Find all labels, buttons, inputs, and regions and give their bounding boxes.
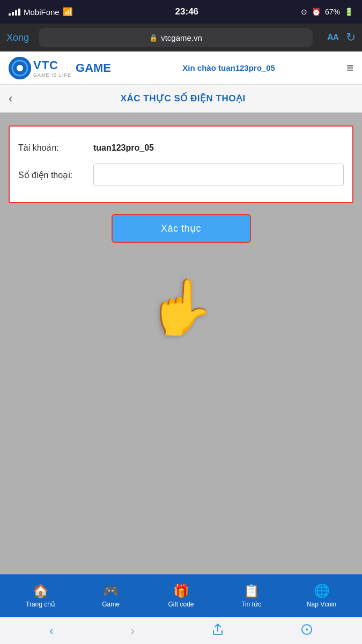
phone-row: Số điện thoại: — [18, 158, 344, 191]
battery-level: 67% — [325, 8, 340, 16]
ios-forward-button[interactable]: › — [130, 624, 134, 638]
username-label: tuan123pro_05 — [218, 63, 275, 72]
carrier-label: MobiFone — [24, 8, 60, 17]
account-row: Tài khoản: tuan123pro_05 — [18, 137, 344, 158]
browser-bar: Xong 🔒 vtcgame.vn AA ↻ — [0, 24, 362, 51]
main-content: Tài khoản: tuan123pro_05 Số điện thoại: … — [0, 113, 362, 574]
nav-item-home[interactable]: 🏠 Trang chủ — [25, 583, 57, 608]
page-header: ‹ XÁC THỰC SỐ ĐIỆN THOẠI — [0, 85, 362, 113]
nav-item-news[interactable]: 📋 Tin tức — [235, 583, 268, 608]
bottom-nav: 🏠 Trang chủ 🎮 Game 🎁 Gift code 📋 Tin tức… — [0, 574, 362, 617]
signal-icon — [9, 9, 20, 16]
nav-label-giftcode: Gift code — [168, 601, 194, 608]
nav-item-napvcoin[interactable]: 🌐 Nap Vcoin — [306, 583, 338, 608]
status-left: MobiFone 📶 — [9, 7, 73, 17]
account-value: tuan123pro_05 — [93, 143, 154, 153]
home-icon: 🏠 — [33, 583, 49, 598]
alarm-icon: ⏰ — [312, 8, 321, 16]
battery-icon: 🔋 — [344, 8, 353, 16]
logo-circle — [9, 57, 31, 79]
status-bar: MobiFone 📶 23:46 ⊙ ⏰ 67% 🔋 — [0, 0, 362, 24]
logo-tagline: GAME IS LIFE — [33, 72, 71, 78]
greeting: Xin chào tuan123pro_05 — [111, 63, 346, 72]
logo-main: VTC — [33, 58, 71, 72]
nav-label-napvcoin: Nap Vcoin — [307, 601, 336, 608]
phone-label: Số điện thoại: — [18, 170, 93, 180]
browser-controls: AA ↻ — [318, 31, 356, 45]
back-button[interactable]: ‹ — [9, 92, 12, 106]
url-text: vtcgame.vn — [161, 33, 202, 42]
svg-point-2 — [17, 65, 23, 71]
site-header: VTC GAME IS LIFE GAME Xin chào tuan123pr… — [0, 51, 362, 85]
svg-point-4 — [306, 628, 308, 631]
logo-text: VTC GAME IS LIFE — [33, 58, 71, 78]
ios-back-button[interactable]: ‹ — [49, 624, 53, 638]
nav-label-home: Trang chủ — [26, 601, 55, 608]
status-time: 23:46 — [175, 6, 198, 17]
game-icon: 🎮 — [103, 583, 119, 598]
gift-icon: 🎁 — [173, 583, 189, 598]
submit-wrapper: Xác thực — [9, 214, 353, 243]
greeting-text: Xin chào — [182, 63, 216, 72]
screen-lock-icon: ⊙ — [301, 8, 307, 16]
lock-icon: 🔒 — [149, 34, 158, 42]
nav-label-game: Game — [102, 601, 120, 608]
cursor-area: 👆 — [9, 254, 353, 361]
vtc-logo: VTC GAME IS LIFE GAME — [9, 57, 111, 79]
phone-input[interactable] — [93, 164, 344, 186]
hamburger-menu[interactable]: ≡ — [346, 61, 353, 75]
ios-share-button[interactable] — [212, 624, 224, 639]
ios-bottom-bar: ‹ › — [0, 617, 362, 644]
url-bar[interactable]: 🔒 vtcgame.vn — [39, 28, 313, 47]
vcoin-icon: 🌐 — [314, 583, 330, 598]
browser-done-button[interactable]: Xong — [6, 32, 33, 43]
page-title: XÁC THỰC SỐ ĐIỆN THOẠI — [12, 93, 353, 104]
ios-compass-button[interactable] — [301, 624, 313, 639]
nav-item-game[interactable]: 🎮 Game — [95, 583, 127, 608]
wifi-icon: 📶 — [63, 7, 73, 17]
font-size-button[interactable]: AA — [327, 33, 338, 42]
hand-cursor-icon: 👆 — [147, 276, 215, 339]
nav-label-news: Tin tức — [241, 601, 261, 608]
submit-button[interactable]: Xác thực — [112, 214, 251, 243]
refresh-button[interactable]: ↻ — [346, 31, 356, 45]
news-icon: 📋 — [243, 583, 260, 598]
status-right: ⊙ ⏰ 67% 🔋 — [301, 8, 353, 16]
nav-item-giftcode[interactable]: 🎁 Gift code — [165, 583, 197, 608]
account-label: Tài khoản: — [18, 143, 93, 153]
form-card: Tài khoản: tuan123pro_05 Số điện thoại: — [9, 125, 353, 203]
game-label: GAME — [76, 61, 111, 75]
